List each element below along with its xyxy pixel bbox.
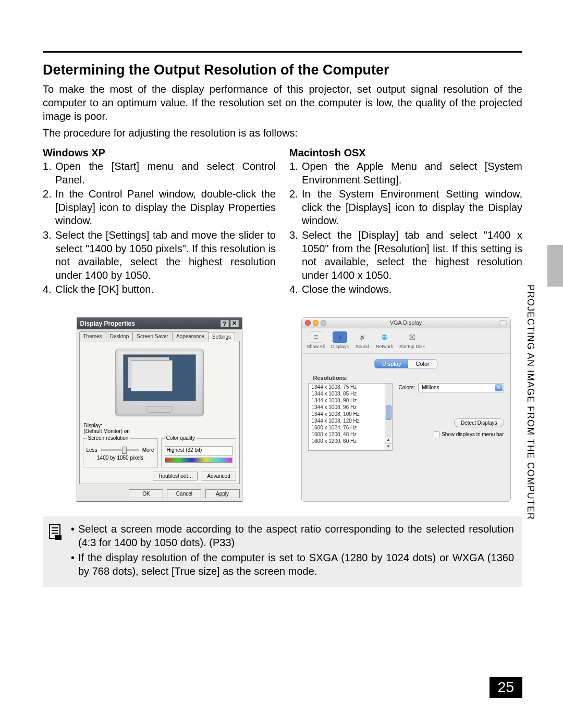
- monitor-preview: [115, 349, 204, 416]
- two-columns: Windows XP Open the [Start] menu and sel…: [43, 147, 522, 298]
- help-icon[interactable]: ?: [221, 320, 229, 327]
- page-number: 25: [489, 677, 522, 698]
- toolbar-showall[interactable]: ☰Show All: [307, 331, 325, 349]
- list-item[interactable]: 1600 x 1024, 76 Hz: [309, 424, 385, 431]
- note-item: If the display resolution of the compute…: [71, 551, 514, 578]
- close-icon[interactable]: ✕: [230, 320, 239, 327]
- menubar-label: Show displays in menu bar: [442, 431, 504, 437]
- slider-less: Less: [87, 447, 97, 453]
- colors-select[interactable]: Millions ⇅: [418, 383, 504, 392]
- side-tab: [547, 245, 563, 287]
- segment-color[interactable]: Color: [408, 360, 436, 368]
- list-item[interactable]: 1344 x 1008, 90 Hz: [309, 397, 385, 404]
- menubar-checkbox[interactable]: [434, 431, 439, 437]
- svg-rect-4: [55, 535, 62, 540]
- scrollbar[interactable]: ▲ ▼: [385, 383, 393, 451]
- mac-titlebar: VGA Display: [302, 318, 510, 328]
- figure-row: Display Properties ? ✕ Themes Desktop Sc…: [43, 317, 522, 502]
- toolbar-startup[interactable]: 💽Startup Disk: [399, 331, 425, 349]
- list-item: In the Control Panel window, double-clic…: [43, 188, 276, 228]
- resolution-text: 1400 by 1050 pixels: [87, 455, 154, 461]
- resolutions-label: Resolutions:: [313, 375, 504, 381]
- intro-paragraph: To make the most of the display performa…: [43, 82, 522, 123]
- list-item[interactable]: 1344 x 1008, 96 Hz: [309, 404, 385, 411]
- list-item: Select the [Settings] tab and move the s…: [43, 229, 276, 282]
- list-item: Click the [OK] button.: [43, 283, 276, 297]
- resolution-list[interactable]: 1344 x 1008, 75 Hz 1344 x 1008, 85 Hz 13…: [308, 383, 385, 451]
- segmented-control: Display Color: [374, 359, 437, 368]
- tab-appearance[interactable]: Appearance: [172, 331, 209, 341]
- xp-titlebar: Display Properties ? ✕: [77, 318, 242, 329]
- advanced-button[interactable]: Advanced: [202, 472, 236, 480]
- windows-heading: Windows XP: [43, 147, 276, 159]
- colors-value: Millions: [422, 385, 439, 390]
- group-color-quality: Color quality Highest (32 bit): [161, 438, 236, 467]
- toolbar-label: Show All: [307, 344, 325, 349]
- group-screen-resolution: Screen resolution Less More 1400 by 1050…: [83, 438, 158, 467]
- apply-button[interactable]: Apply: [205, 489, 240, 498]
- list-item[interactable]: 1344 x 1008, 120 Hz: [309, 417, 385, 424]
- list-item: Open the [Start] menu and select Control…: [43, 160, 276, 187]
- mac-steps: Open the Apple Menu and select [System E…: [289, 160, 522, 297]
- toolbar-network[interactable]: 🌐Network: [376, 331, 393, 349]
- list-item[interactable]: 1344 x 1008, 100 Hz: [309, 411, 385, 417]
- list-item: In the System Environment Setting window…: [289, 188, 522, 228]
- mac-heading: Macintosh OSX: [289, 147, 522, 159]
- ok-button[interactable]: OK: [129, 489, 163, 498]
- color-bar: [165, 458, 232, 463]
- list-item[interactable]: 1344 x 1008, 85 Hz: [309, 390, 385, 397]
- list-item: Open the Apple Menu and select [System E…: [289, 160, 522, 187]
- troubleshoot-button[interactable]: Troubleshoot…: [153, 472, 198, 480]
- colors-label: Colors:: [399, 385, 415, 390]
- xp-title-text: Display Properties: [80, 320, 135, 327]
- tab-desktop[interactable]: Desktop: [106, 331, 133, 341]
- resolution-slider[interactable]: [101, 449, 139, 451]
- tab-themes[interactable]: Themes: [79, 331, 106, 341]
- list-item[interactable]: 1344 x 1008, 75 Hz: [309, 384, 385, 390]
- toolbar-label: Sound: [356, 344, 369, 349]
- cancel-button[interactable]: Cancel: [167, 489, 201, 498]
- note-block: Select a screen mode according to the as…: [43, 516, 522, 587]
- xp-dialog: Display Properties ? ✕ Themes Desktop Sc…: [77, 317, 242, 502]
- list-item: Select the [Display] tab and select "140…: [289, 229, 522, 282]
- side-section-label: PROJECTING AN IMAGE FROM THE COMPUTER: [525, 285, 536, 520]
- list-item[interactable]: 1600 x 1200, 48 Hz: [309, 431, 385, 438]
- chevron-updown-icon: ⇅: [495, 384, 503, 391]
- group-label: Screen resolution: [87, 435, 130, 441]
- zoom-icon[interactable]: [321, 320, 326, 326]
- close-icon[interactable]: [305, 320, 311, 326]
- mac-dialog: VGA Display ☰Show All 🖥Displays 🔊Sound 🌐…: [301, 317, 511, 502]
- segment-display[interactable]: Display: [375, 360, 408, 368]
- column-windows: Windows XP Open the [Start] menu and sel…: [43, 147, 276, 298]
- top-rule: [43, 51, 522, 53]
- toolbar-label: Network: [376, 344, 393, 349]
- mac-toolbar: ☰Show All 🖥Displays 🔊Sound 🌐Network 💽Sta…: [302, 328, 510, 354]
- toolbar-label: Displays: [331, 344, 349, 349]
- procedure-line: The procedure for adjusting the resoluti…: [43, 126, 522, 140]
- slider-more: More: [142, 447, 154, 453]
- mac-title-text: VGA Display: [390, 319, 422, 326]
- column-mac: Macintosh OSX Open the Apple Menu and se…: [289, 147, 522, 298]
- group-label: Color quality: [165, 435, 197, 441]
- list-item[interactable]: 1600 x 1200, 60 Hz: [309, 438, 385, 445]
- windows-steps: Open the [Start] menu and select Control…: [43, 160, 276, 297]
- detect-displays-button[interactable]: Detect Displays: [454, 418, 504, 427]
- display-label: Display:: [84, 423, 103, 428]
- display-value: (Default Monitor) on: [84, 428, 130, 434]
- toolbar-label: Startup Disk: [399, 344, 425, 349]
- toolbar-toggle-icon[interactable]: [499, 320, 507, 325]
- minimize-icon[interactable]: [313, 320, 319, 326]
- tab-settings[interactable]: Settings: [208, 332, 235, 341]
- color-quality-select[interactable]: Highest (32 bit): [165, 446, 232, 455]
- tab-screensaver[interactable]: Screen Saver: [132, 331, 173, 341]
- toolbar-displays[interactable]: 🖥Displays: [331, 331, 349, 349]
- list-item: Close the windows.: [289, 283, 522, 297]
- note-item: Select a screen mode according to the as…: [71, 523, 514, 549]
- page-heading: Determining the Output Resolution of the…: [43, 62, 522, 78]
- xp-tabs: Themes Desktop Screen Saver Appearance S…: [77, 329, 242, 341]
- note-icon: [48, 523, 64, 580]
- toolbar-sound[interactable]: 🔊Sound: [355, 331, 370, 349]
